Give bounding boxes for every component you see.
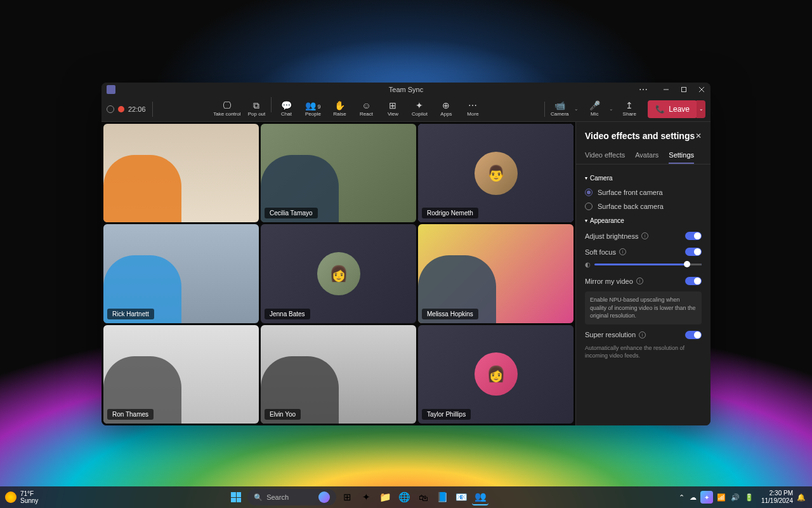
participant-tile[interactable]: Elvin Yoo	[261, 325, 416, 424]
more-icon: ⋯	[468, 101, 477, 110]
info-icon[interactable]: i	[639, 331, 646, 338]
weather-widget[interactable]: 71°F Sunny	[5, 490, 38, 504]
people-button[interactable]: 👥9 People	[299, 97, 326, 121]
super-resolution-description: Automatically enhance the resolution of …	[585, 344, 702, 360]
screen-icon: 🖵	[223, 101, 232, 110]
copilot-taskbar-icon[interactable]: ✦	[358, 489, 374, 505]
leave-dropdown[interactable]: ⌄	[697, 100, 705, 118]
recording-indicator: 22:06	[107, 105, 146, 113]
react-button[interactable]: ☺ React	[353, 97, 379, 121]
info-icon[interactable]: i	[636, 277, 643, 284]
panel-title: Video effects and settings	[585, 131, 695, 141]
apps-button[interactable]: ⊕ Apps	[433, 97, 459, 121]
radio-unchecked-icon	[585, 203, 593, 210]
separator	[271, 97, 272, 112]
info-icon[interactable]: i	[641, 232, 648, 239]
participant-tile[interactable]: Rick Hartnett	[103, 224, 259, 323]
participant-tile[interactable]: Cecilia Tamayo	[261, 124, 416, 222]
window-title: Team Sync	[389, 86, 423, 93]
volume-icon[interactable]: 🔊	[730, 492, 741, 503]
super-resolution-label: Super resolution	[585, 331, 636, 338]
participant-name: Rick Hartnett	[107, 309, 154, 319]
search-icon: 🔍	[254, 493, 263, 502]
wifi-icon[interactable]: 📶	[716, 492, 727, 503]
start-button[interactable]	[227, 488, 245, 506]
notifications-icon[interactable]: 🔔	[796, 492, 807, 503]
privacy-shield-icon[interactable]	[107, 105, 114, 113]
mic-dropdown[interactable]: ⌄	[608, 106, 615, 112]
adjust-brightness-toggle[interactable]	[685, 232, 702, 240]
battery-icon[interactable]: 🔋	[743, 492, 755, 503]
hangup-icon: 📞	[655, 105, 665, 114]
chat-button[interactable]: 💬 Chat	[273, 97, 299, 121]
word-icon[interactable]: 📘	[434, 489, 450, 505]
tab-settings[interactable]: Settings	[669, 147, 694, 164]
search-highlight-icon	[318, 491, 330, 503]
tab-avatars[interactable]: Avatars	[635, 147, 658, 164]
panel-close-button[interactable]: ✕	[695, 131, 702, 140]
outlook-icon[interactable]: 📧	[453, 489, 469, 505]
clock[interactable]: 2:30 PM 11/19/2024	[761, 490, 793, 505]
soft-focus-toggle[interactable]	[685, 248, 702, 256]
store-icon[interactable]: 🛍	[415, 489, 431, 505]
teams-taskbar-icon[interactable]: 👥	[472, 489, 488, 505]
edge-icon[interactable]: 🌐	[396, 489, 412, 505]
participant-tile[interactable]: Melissa Hopkins	[418, 224, 573, 323]
camera-button[interactable]: 📹 Camera	[546, 97, 573, 121]
participant-tile[interactable]: Ron Thames	[103, 325, 259, 424]
svg-rect-1	[682, 88, 686, 92]
minimize-button[interactable]	[657, 83, 675, 97]
copilot-button[interactable]: ✦ Copilot	[406, 97, 433, 121]
emoji-icon: ☺	[362, 101, 370, 110]
recording-time: 22:06	[128, 105, 146, 113]
caret-down-icon: ▾	[585, 218, 587, 224]
search-placeholder: Search	[266, 493, 289, 501]
tooltip: Enable NPU-based upscaling when quality …	[585, 291, 702, 324]
appearance-section-header[interactable]: ▾ Appearance	[585, 217, 702, 224]
mic-button[interactable]: 🎤 Mic	[581, 97, 608, 121]
pop-out-button[interactable]: ⧉ Pop out	[243, 97, 270, 121]
participant-name: Jenna Bates	[265, 309, 310, 319]
task-view-button[interactable]: ⊞	[339, 489, 355, 505]
super-resolution-toggle[interactable]	[685, 331, 702, 339]
participant-name: Taylor Phillips	[422, 409, 471, 420]
leave-button[interactable]: 📞 Leave	[648, 100, 697, 118]
weather-condition: Sunny	[20, 497, 38, 504]
caret-down-icon: ▾	[585, 175, 587, 181]
file-explorer-icon[interactable]: 📁	[377, 489, 393, 505]
copilot-tray-icon[interactable]: ✦	[700, 491, 713, 504]
take-control-button[interactable]: 🖵 Take control	[211, 97, 243, 121]
info-icon[interactable]: i	[619, 248, 626, 255]
participant-tile[interactable]	[103, 124, 259, 222]
camera-dropdown[interactable]: ⌄	[573, 106, 580, 112]
grid-icon: ⊞	[389, 101, 396, 110]
participant-name: Melissa Hopkins	[422, 309, 478, 319]
mirror-video-label: Mirror my video	[585, 277, 633, 285]
soft-focus-label: Soft focus	[585, 248, 616, 256]
maximize-button[interactable]	[675, 83, 693, 97]
close-button[interactable]	[693, 83, 710, 97]
participant-tile[interactable]: 👩 Jenna Bates	[261, 224, 416, 323]
camera-option-front[interactable]: Surface front camera	[585, 185, 702, 199]
share-icon: ↥	[625, 101, 633, 110]
mic-icon: 🎤	[589, 101, 600, 110]
camera-option-back[interactable]: Surface back camera	[585, 199, 702, 213]
view-button[interactable]: ⊞ View	[379, 97, 406, 121]
raise-hand-button[interactable]: ✋ Raise	[326, 97, 353, 121]
video-settings-panel: Video effects and settings ✕ Video effec…	[575, 122, 710, 425]
adjust-brightness-label: Adjust brightness	[585, 232, 638, 240]
onedrive-icon[interactable]: ☁	[688, 492, 698, 503]
chat-icon: 💬	[281, 101, 292, 110]
mirror-video-toggle[interactable]	[685, 277, 702, 285]
share-button[interactable]: ↥ Share	[616, 97, 643, 121]
participant-tile[interactable]: 👨 Rodrigo Nemeth	[418, 124, 573, 222]
camera-section-header[interactable]: ▾ Camera	[585, 175, 702, 182]
tab-video-effects[interactable]: Video effects	[585, 147, 625, 164]
tray-chevron-icon[interactable]: ⌃	[678, 492, 686, 503]
more-button[interactable]: ⋯ More	[459, 97, 486, 121]
soft-focus-slider[interactable]	[594, 264, 702, 265]
separator	[544, 102, 545, 117]
participant-tile[interactable]: 👩 Taylor Phillips	[418, 325, 573, 424]
search-box[interactable]: 🔍 Search	[247, 489, 336, 505]
window-more-button[interactable]: ⋯	[634, 83, 652, 97]
